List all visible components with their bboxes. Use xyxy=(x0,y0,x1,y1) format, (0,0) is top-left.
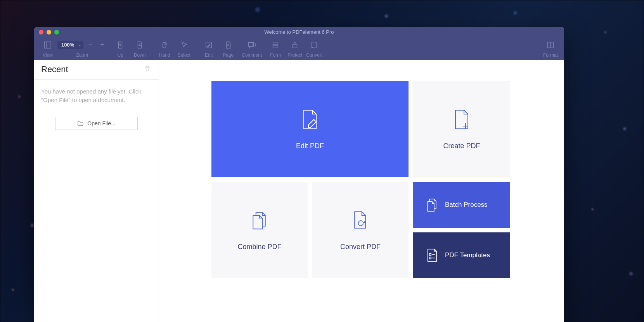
svg-rect-11 xyxy=(312,42,317,48)
tile-create-label: Create PDF xyxy=(443,142,480,150)
app-window: Welcome to PDFelement 6 Pro View 100% ⌄ … xyxy=(34,27,564,322)
page-icon xyxy=(224,39,232,51)
tile-batch-label: Batch Process xyxy=(445,201,488,209)
recent-empty-message: You have not opened any file yet. Click … xyxy=(34,80,159,107)
svg-rect-15 xyxy=(429,253,431,255)
tile-convert-label: Convert PDF xyxy=(340,243,381,251)
toolbar-zoom[interactable]: 100% ⌄ − + Zoom xyxy=(57,39,107,58)
window-controls xyxy=(34,30,59,35)
toolbar: View 100% ⌄ − + Zoom Up Down xyxy=(34,37,564,60)
open-file-label: Open File... xyxy=(87,120,115,126)
tile-combine-label: Combine PDF xyxy=(237,243,281,251)
pdf-templates-icon xyxy=(426,248,438,262)
window-maximize-button[interactable] xyxy=(54,30,59,35)
zoom-in-button[interactable]: + xyxy=(97,41,107,49)
view-icon xyxy=(43,39,52,51)
toolbar-protect[interactable]: Protect xyxy=(285,39,305,58)
toolbar-form[interactable]: Form xyxy=(266,39,285,58)
toolbar-hand[interactable]: Hand xyxy=(155,39,174,58)
folder-plus-icon xyxy=(77,120,84,126)
edit-pdf-icon xyxy=(300,109,320,130)
svg-point-14 xyxy=(552,44,552,45)
window-minimize-button[interactable] xyxy=(47,30,51,35)
svg-rect-17 xyxy=(429,257,431,259)
sidebar-recent: Recent You have not opened any file yet.… xyxy=(34,60,159,322)
zoom-select[interactable]: 100% ⌄ xyxy=(57,41,83,49)
cursor-icon xyxy=(180,39,188,51)
toolbar-down[interactable]: Down xyxy=(130,39,149,58)
open-file-button[interactable]: Open File... xyxy=(55,117,138,130)
format-icon xyxy=(546,39,555,51)
toolbar-convert[interactable]: Convert xyxy=(305,39,324,58)
titlebar: Welcome to PDFelement 6 Pro xyxy=(34,27,564,37)
combine-pdf-icon xyxy=(249,209,270,231)
comment-icon xyxy=(246,39,257,51)
tile-combine-pdf[interactable]: Combine PDF xyxy=(211,182,308,278)
toolbar-format[interactable]: Format xyxy=(541,39,560,58)
svg-rect-0 xyxy=(45,42,51,48)
tile-pdf-templates[interactable]: PDF Templates xyxy=(413,232,510,278)
window-title: Welcome to PDFelement 6 Pro xyxy=(34,29,564,35)
convert-pdf-icon xyxy=(350,209,370,231)
svg-rect-10 xyxy=(293,45,297,48)
lock-icon xyxy=(291,39,299,51)
form-icon xyxy=(271,39,280,51)
toolbar-comment[interactable]: Comment xyxy=(238,39,266,58)
create-pdf-icon xyxy=(452,109,472,130)
arrow-up-icon xyxy=(116,39,125,51)
toolbar-select[interactable]: Select xyxy=(174,39,194,58)
toolbar-up[interactable]: Up xyxy=(111,39,130,58)
svg-rect-7 xyxy=(273,42,278,48)
zoom-value: 100% xyxy=(61,42,74,48)
arrow-down-icon xyxy=(135,39,144,51)
zoom-out-button[interactable]: − xyxy=(86,41,95,49)
toolbar-zoom-label: Zoom xyxy=(76,52,88,58)
toolbar-edit[interactable]: Edit xyxy=(199,39,218,58)
tile-edit-pdf[interactable]: Edit PDF xyxy=(211,81,409,177)
tile-templates-label: PDF Templates xyxy=(445,251,490,259)
convert-icon xyxy=(310,39,319,51)
sidebar-title: Recent xyxy=(41,64,144,74)
hand-icon xyxy=(160,39,169,51)
content-area: Recent You have not opened any file yet.… xyxy=(34,60,564,322)
clear-recent-button[interactable] xyxy=(144,65,151,74)
main-panel: Edit PDF Create PDF Combine PDF xyxy=(159,60,564,322)
tile-edit-label: Edit PDF xyxy=(296,142,324,150)
toolbar-view[interactable]: View xyxy=(38,39,57,58)
toolbar-view-label: View xyxy=(43,52,53,58)
batch-process-icon xyxy=(426,198,438,212)
tile-convert-pdf[interactable]: Convert PDF xyxy=(312,182,409,278)
edit-icon xyxy=(204,39,213,51)
tile-batch-process[interactable]: Batch Process xyxy=(413,182,510,228)
chevron-down-icon: ⌄ xyxy=(78,43,81,47)
window-close-button[interactable] xyxy=(39,30,43,35)
tile-create-pdf[interactable]: Create PDF xyxy=(413,81,510,177)
toolbar-page[interactable]: Page xyxy=(218,39,238,58)
